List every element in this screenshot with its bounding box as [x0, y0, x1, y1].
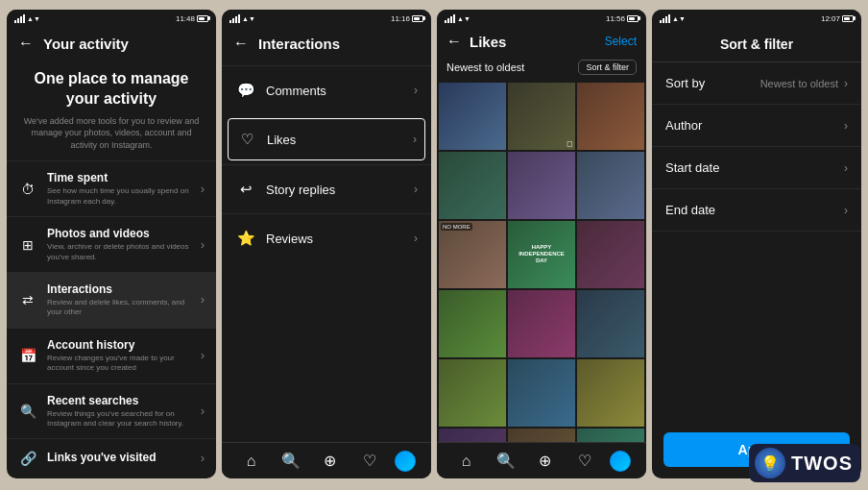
signal-4 — [660, 14, 670, 23]
photo-9[interactable] — [577, 221, 644, 288]
author-label: Author — [665, 118, 702, 133]
interaction-likes[interactable]: ♡ Likes › — [228, 118, 425, 160]
photo-6[interactable] — [577, 152, 644, 219]
photo-14[interactable] — [508, 359, 575, 427]
filter-sort-by[interactable]: Sort by Newest to oldest › — [652, 62, 861, 105]
end-date-chevron: › — [844, 204, 848, 217]
photo-10[interactable] — [439, 290, 506, 357]
photo-1[interactable] — [439, 83, 506, 150]
time-3: 11:56 — [606, 14, 625, 23]
sort-filter-button[interactable]: Sort & filter — [578, 60, 637, 75]
select-button[interactable]: Select — [605, 35, 637, 48]
reviews-label: Reviews — [266, 232, 414, 246]
filter-end-date[interactable]: End date › — [652, 189, 861, 232]
menu-interactions[interactable]: ⇄ Interactions Review and delete likes, … — [7, 272, 216, 328]
photo-11[interactable] — [508, 290, 575, 357]
photo-3[interactable] — [577, 83, 644, 150]
menu-time-spent[interactable]: ⏱ Time spent See how much time you usual… — [7, 160, 216, 216]
photo-4[interactable] — [439, 152, 506, 219]
hero-title: One place to manage your activity — [22, 69, 201, 110]
filter-author[interactable]: Author › — [652, 105, 861, 147]
status-left-2: ▲▼ — [229, 14, 255, 23]
nav-heart-2[interactable]: ♡ — [355, 447, 384, 476]
battery-4 — [842, 15, 854, 22]
sort-row: Newest to oldest Sort & filter — [437, 56, 646, 81]
battery-3 — [627, 15, 639, 22]
status-bar-2: ▲▼ 11:16 — [222, 10, 431, 27]
carrier-2: ▲▼ — [242, 15, 255, 22]
likes-icon: ♡ — [236, 129, 257, 150]
screen-title-2: Interactions — [258, 36, 340, 52]
interactions-icon: ⇄ — [18, 290, 37, 309]
interactions-chevron: › — [201, 293, 205, 306]
back-button-1[interactable]: ← — [18, 35, 34, 52]
likes-chevron: › — [413, 133, 417, 146]
nav-search-2[interactable]: 🔍 — [277, 447, 305, 476]
signal-2 — [229, 14, 240, 23]
end-date-label: End date — [665, 203, 715, 217]
photo-15[interactable] — [577, 359, 644, 427]
sort-label: Newest to oldest — [446, 61, 524, 73]
screen-interactions: ▲▼ 11:16 ← Interactions 💬 Comments › ♡ L… — [222, 10, 431, 478]
status-right-4: 12:07 — [821, 14, 854, 23]
twos-watermark: 💡 TWOS — [749, 444, 860, 482]
hero-subtitle: We've added more tools for you to review… — [22, 115, 201, 152]
story-replies-label: Story replies — [266, 183, 414, 197]
carrier-text: ▲▼ — [27, 15, 40, 22]
nav-heart-3[interactable]: ♡ — [570, 447, 599, 476]
photos-label: Photos and videos — [47, 227, 201, 240]
twos-icon: 💡 — [755, 448, 785, 478]
nav-home-2[interactable]: ⌂ — [237, 447, 266, 476]
menu-recent-searches[interactable]: 🔍 Recent searches Review things you've s… — [7, 383, 216, 439]
nav-add-2[interactable]: ⊕ — [316, 447, 345, 476]
nav-avatar-2[interactable] — [395, 451, 416, 472]
back-button-2[interactable]: ← — [233, 35, 249, 52]
status-bar-1: ▲▼ 11:48 — [7, 10, 216, 27]
photo-13[interactable] — [439, 359, 506, 427]
status-right-3: 11:56 — [606, 14, 639, 23]
carrier-3: ▲▼ — [457, 15, 470, 22]
likes-title: Likes — [470, 34, 506, 50]
searches-desc: Review things you've searched for on Ins… — [47, 409, 201, 429]
menu-links-visited[interactable]: 🔗 Links you've visited › — [7, 438, 216, 478]
menu-account-history[interactable]: 📅 Account history Review changes you've … — [7, 328, 216, 383]
start-date-label: Start date — [665, 160, 719, 175]
menu-photos-videos[interactable]: ⊞ Photos and videos View, archive or del… — [7, 216, 216, 272]
comments-label: Comments — [266, 84, 414, 98]
photo-12[interactable] — [577, 290, 644, 357]
photo-7[interactable]: NO MORE — [439, 221, 506, 288]
account-label: Account history — [47, 338, 201, 352]
author-chevron: › — [844, 119, 848, 133]
battery-2 — [412, 15, 423, 22]
interaction-reviews[interactable]: ⭐ Reviews › — [222, 213, 431, 262]
photos-desc: View, archive or delete photos and video… — [47, 242, 201, 262]
filter-start-date[interactable]: Start date › — [652, 147, 861, 189]
photo-2[interactable]: ◻ — [508, 83, 575, 150]
links-label: Links you've visited — [47, 451, 201, 464]
header-1: ← Your activity — [7, 27, 216, 58]
interaction-comments[interactable]: 💬 Comments › — [222, 65, 431, 114]
nav-home-3[interactable]: ⌂ — [452, 447, 481, 476]
status-bar-3: ▲▼ 11:56 — [437, 10, 646, 27]
nav-add-3[interactable]: ⊕ — [531, 447, 560, 476]
time-desc: See how much time you usually spend on I… — [47, 186, 201, 207]
photo-grid: ◻ NO MORE HAPPYINDEPENDENCEDAY — [437, 81, 646, 478]
nav-search-3[interactable]: 🔍 — [492, 447, 520, 476]
header-2: ← Interactions — [222, 27, 431, 58]
interaction-story-replies[interactable]: ↩ Story replies › — [222, 164, 431, 213]
nav-avatar-3[interactable] — [610, 451, 631, 472]
reviews-icon: ⭐ — [235, 228, 256, 249]
status-left-3: ▲▼ — [445, 14, 470, 23]
interactions-desc: Review and delete likes, comments, and y… — [47, 298, 201, 318]
time-4: 12:07 — [821, 14, 840, 23]
sort-by-value: Newest to oldest — [760, 78, 838, 89]
back-button-3[interactable]: ← — [446, 33, 462, 50]
twos-text: TWOS — [791, 453, 853, 475]
photo-5[interactable] — [508, 152, 575, 219]
photo-8[interactable]: HAPPYINDEPENDENCEDAY — [508, 221, 575, 288]
searches-chevron: › — [201, 404, 205, 418]
search-menu-icon: 🔍 — [18, 402, 37, 421]
searches-label: Recent searches — [47, 394, 201, 407]
story-chevron: › — [414, 183, 418, 196]
photos-chevron: › — [201, 238, 205, 252]
